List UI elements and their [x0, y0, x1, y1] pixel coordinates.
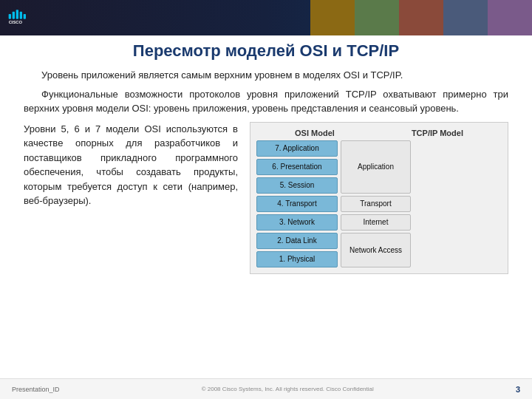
osi-layer-3: 3. Network	[256, 214, 338, 231]
svg-text:CISCO: CISCO	[9, 20, 23, 24]
svg-rect-3	[20, 12, 22, 19]
tcp-transport: Transport	[341, 196, 411, 212]
svg-rect-4	[24, 14, 26, 19]
osi-layer-6: 6. Presentation	[256, 159, 338, 175]
diagram-inner: 7. Application 6. Presentation 5. Sessio…	[256, 140, 502, 267]
diagram-header: OSI Model TCP/IP Model	[256, 129, 502, 137]
header-photo-2	[355, 0, 399, 35]
main-content: Пересмотр моделей OSI и TCP/IP Уровень п…	[0, 35, 532, 378]
osi-layer-2: 2. Data Link	[256, 233, 338, 249]
footer-center: © 2008 Cisco Systems, Inc. All rights re…	[202, 386, 374, 392]
osi-layer-5: 5. Session	[256, 177, 338, 194]
header-photo-5	[488, 0, 532, 35]
lower-left-text: Уровни 5, 6 и 7 модели OSI используются …	[24, 122, 238, 274]
osi-column: 7. Application 6. Presentation 5. Sessio…	[256, 140, 338, 267]
svg-rect-2	[16, 10, 18, 19]
osi-layer-1: 1. Physical	[256, 251, 338, 267]
footer: Presentation_ID © 2008 Cisco Systems, In…	[0, 378, 532, 399]
svg-rect-1	[13, 12, 15, 19]
tcp-application: Application	[341, 140, 411, 194]
indent2	[24, 87, 41, 102]
paragraph2: Функциональные возможности протоколов ур…	[24, 87, 508, 116]
tcp-internet: Internet	[341, 214, 411, 231]
diagram-container: OSI Model TCP/IP Model 7. Application 6.…	[250, 122, 508, 274]
tcp-column: Application Transport Internet Network A…	[341, 140, 411, 267]
header-photos	[310, 0, 532, 35]
page-title: Пересмотр моделей OSI и TCP/IP	[24, 41, 508, 61]
header-photo-3	[399, 0, 443, 35]
paragraph1: Уровень приложений является самым верхни…	[24, 68, 508, 83]
indent1	[24, 68, 41, 83]
tcp-model-label: TCP/IP Model	[412, 129, 463, 137]
footer-right: 3	[516, 385, 520, 394]
tcp-network-access: Network Access	[341, 233, 411, 267]
osi-model-label: OSI Model	[295, 129, 335, 137]
lower-section: Уровни 5, 6 и 7 модели OSI используются …	[24, 122, 508, 274]
osi-layer-7: 7. Application	[256, 140, 338, 157]
header-photo-1	[310, 0, 355, 35]
header-banner: CISCO	[0, 0, 532, 35]
osi-layer-4: 4. Transport	[256, 196, 338, 212]
svg-rect-0	[9, 14, 11, 19]
footer-left: Presentation_ID	[12, 386, 60, 393]
header-photo-4	[443, 0, 488, 35]
cisco-logo: CISCO	[7, 7, 44, 29]
